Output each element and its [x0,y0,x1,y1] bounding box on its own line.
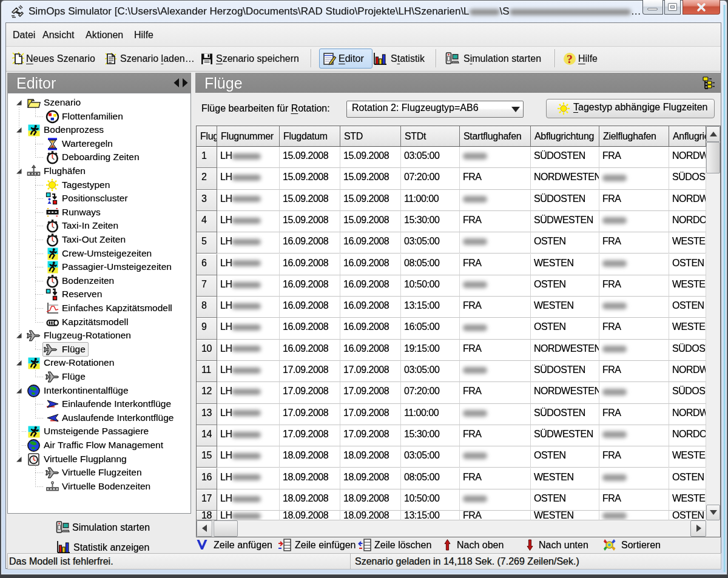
svg-text:?: ? [567,53,573,66]
